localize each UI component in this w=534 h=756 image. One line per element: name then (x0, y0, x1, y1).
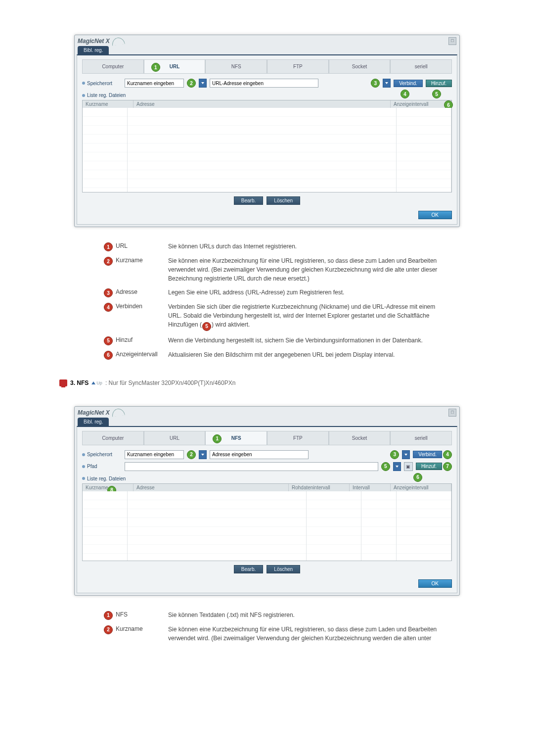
tab-nfs[interactable]: 1 NFS (205, 431, 267, 445)
col-anzeigeintervall[interactable]: Anzeigeintervall 6 (391, 100, 451, 108)
speicherort-label: Speicherort (82, 452, 122, 457)
desc-term: 2Kurzname (104, 256, 168, 266)
badge-3-icon: 3 (104, 288, 113, 297)
tab-computer[interactable]: Computer (82, 431, 144, 445)
pfad-input[interactable] (125, 462, 378, 471)
desc-definition: Legen Sie eine URL address (URL-Adresse)… (168, 288, 445, 297)
tab-computer[interactable]: Computer (82, 59, 144, 73)
desc-definition: Sie können Textdaten (.txt) mit NFS regi… (168, 611, 445, 619)
badge-5-icon: 5 (381, 462, 390, 471)
swoosh-icon (111, 37, 125, 46)
titlebar: MagicNet X □ (75, 35, 459, 46)
tab-nfs[interactable]: NFS (205, 59, 267, 73)
liste-label: Liste reg. Dateien (82, 93, 452, 98)
tab-socket[interactable]: Socket (329, 59, 391, 73)
close-icon[interactable]: □ (448, 409, 456, 417)
desc-term: 5Hinzuf (104, 336, 168, 345)
col-adresse[interactable]: Adresse (134, 100, 391, 108)
desc-definition: Sie können eine Kurzbezeichnung für eine… (168, 625, 445, 643)
desc-term: 4Verbinden (104, 302, 168, 312)
app-brand: MagicNet X (78, 409, 125, 416)
loeschen-button[interactable]: Löschen (267, 196, 300, 205)
verbind-button[interactable]: Verbind. (413, 451, 442, 458)
kurzname-dropdown[interactable] (199, 79, 207, 88)
ok-button[interactable]: OK (418, 579, 452, 588)
swoosh-icon (111, 408, 125, 417)
close-icon[interactable]: □ (448, 37, 456, 45)
badge-4-icon: 4 (104, 303, 113, 312)
bearb-button[interactable]: Bearb. (234, 196, 263, 205)
kurzname-input[interactable] (125, 79, 184, 88)
sub-tab-bar: Bibl. reg. (75, 46, 459, 54)
desc-row: 1URLSie können URLs durch das Internet r… (104, 242, 445, 251)
col-kurzname[interactable]: Kurzname 8 (83, 484, 134, 491)
grid-body[interactable] (83, 108, 451, 192)
desc-row: 4VerbindenVerbinden Sie sich über die re… (104, 302, 445, 331)
loeschen-button[interactable]: Löschen (267, 565, 300, 573)
desc-definition: Verbinden Sie sich über die registrierte… (168, 302, 445, 331)
file-list-grid: Kurzname 8 Adresse Rohdatenintervall Int… (82, 483, 452, 561)
desc-row: 3AdresseLegen Sie eine URL address (URL-… (104, 288, 445, 297)
adresse-dropdown[interactable] (402, 450, 410, 459)
pfad-label: Pfad (82, 464, 122, 469)
subtab-bibl-reg[interactable]: Bibl. reg. (78, 418, 109, 426)
badge-5-icon: 5 (432, 90, 441, 98)
tab-ftp[interactable]: FTP (267, 59, 329, 73)
adresse-input[interactable] (210, 79, 318, 88)
badge-5-inline-icon: 5 (202, 322, 211, 331)
pfad-dropdown[interactable] (393, 462, 401, 471)
speicherort-row: Speicherort 2 3 Verbind. Hinzuf. (82, 79, 452, 88)
tab-url[interactable]: URL (144, 431, 206, 445)
url-description-list: 1URLSie können URLs durch das Internet r… (104, 242, 445, 360)
nfs-description-list: 1NFSSie können Textdaten (.txt) mit NFS … (104, 611, 445, 643)
badge-7-icon: 7 (443, 462, 452, 471)
bearb-button[interactable]: Bearb. (234, 565, 263, 573)
desc-row: 6AnzeigeintervallAktualisieren Sie den B… (104, 350, 445, 360)
desc-row: 2KurznameSie können eine Kurzbezeichnung… (104, 625, 445, 643)
speicherort-label: Speicherort (82, 81, 122, 86)
badge-4-icon: 4 (400, 90, 409, 98)
col-rohdaten[interactable]: Rohdatenintervall (289, 484, 350, 491)
badge-2-icon: 2 (187, 450, 196, 459)
magicnet-window-nfs: MagicNet X □ Bibl. reg. Computer URL 1 N… (74, 406, 460, 596)
subtab-bibl-reg[interactable]: Bibl. reg. (78, 46, 109, 54)
hinzuf-button[interactable]: Hinzuf. (426, 80, 452, 87)
file-list-grid: Kurzname Adresse Anzeigeintervall 6 (82, 100, 452, 192)
badge-3-icon: 3 (371, 79, 380, 88)
desc-definition: Sie können eine Kurzbezeichnung für eine… (168, 256, 445, 283)
badge-6-icon: 6 (104, 351, 113, 360)
hinzuf-button[interactable]: Hinzuf. (416, 463, 442, 470)
badge-1-icon: 1 (104, 611, 113, 620)
tab-url[interactable]: 1 URL (144, 59, 206, 73)
tab-seriell[interactable]: seriell (390, 431, 452, 445)
tab-socket[interactable]: Socket (329, 431, 391, 445)
protocol-tabs: Computer URL 1 NFS FTP Socket seriell (82, 431, 452, 445)
nfs-section-heading: 3. NFS Up : Nur für SyncMaster 320PXn/40… (59, 379, 460, 386)
kurzname-input[interactable] (125, 450, 184, 459)
liste-label: Liste reg. Dateien (82, 476, 452, 481)
col-anzeigeintervall[interactable]: Anzeigeintervall (391, 484, 451, 491)
desc-term: 6Anzeigeintervall (104, 350, 168, 360)
adresse-dropdown[interactable] (383, 79, 391, 88)
desc-definition: Sie können URLs durch das Internet regis… (168, 242, 445, 251)
adresse-input[interactable] (210, 450, 309, 459)
tab-seriell[interactable]: seriell (390, 59, 452, 73)
badge-1-icon: 1 (104, 242, 113, 251)
app-brand: MagicNet X (78, 38, 125, 45)
col-intervall[interactable]: Intervall (350, 484, 391, 491)
col-kurzname[interactable]: Kurzname (83, 100, 134, 108)
ok-button[interactable]: OK (418, 211, 452, 219)
badge-2-icon: 2 (187, 79, 196, 88)
col-adresse[interactable]: Adresse (134, 484, 289, 491)
grid-body[interactable] (83, 491, 451, 561)
desc-term: 1URL (104, 242, 168, 251)
verbind-button[interactable]: Verbind. (394, 80, 423, 87)
desc-term: 3Adresse (104, 288, 168, 297)
up-link[interactable]: Up (91, 380, 102, 385)
badge-4-icon: 4 (443, 450, 452, 459)
browse-icon[interactable]: ▣ (404, 462, 413, 471)
protocol-tabs: Computer 1 URL NFS FTP Socket seriell (82, 59, 452, 74)
tab-ftp[interactable]: FTP (267, 431, 329, 445)
nfs-models-note: : Nur für SyncMaster 320PXn/400P(T)Xn/46… (105, 379, 235, 386)
kurzname-dropdown[interactable] (199, 450, 207, 459)
